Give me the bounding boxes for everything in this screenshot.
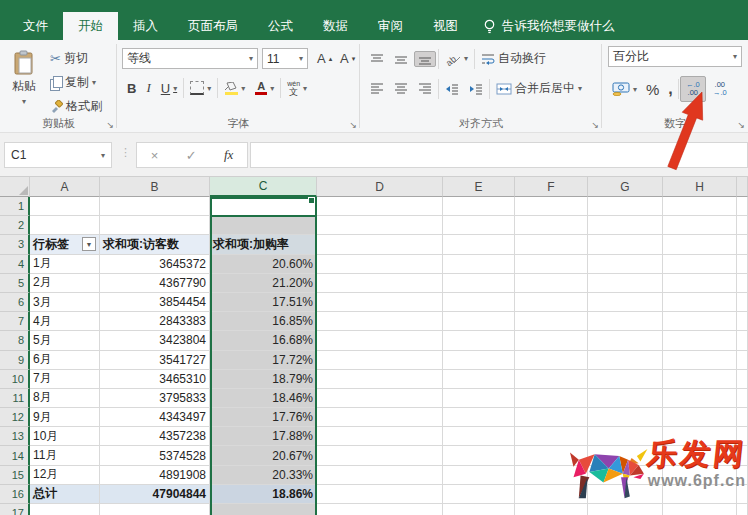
row-header-7[interactable]: 7 <box>0 312 30 331</box>
cell-B14[interactable]: 5374528 <box>100 446 210 465</box>
cut-button[interactable]: ✂ 剪切 <box>46 48 106 69</box>
cell-B6[interactable]: 3854454 <box>100 293 210 312</box>
cell-D15[interactable] <box>317 466 443 485</box>
cell-H12[interactable] <box>663 408 737 427</box>
bold-button[interactable]: B <box>123 79 140 98</box>
row-header-12[interactable]: 12 <box>0 408 30 427</box>
cell-A16[interactable]: 总计 <box>30 485 100 504</box>
cell-D1[interactable] <box>317 197 443 216</box>
italic-button[interactable]: I <box>142 78 154 98</box>
cell-F9[interactable] <box>515 351 588 370</box>
cancel-icon[interactable]: × <box>151 148 159 163</box>
cell-A10[interactable]: 7月 <box>30 370 100 389</box>
cell-C11[interactable]: 18.46% <box>210 389 317 408</box>
cell-G4[interactable] <box>588 255 663 274</box>
cell-H17[interactable] <box>663 504 737 515</box>
cell-G3[interactable] <box>588 235 663 254</box>
cell-D16[interactable] <box>317 485 443 504</box>
row-header-14[interactable]: 14 <box>0 446 30 465</box>
cell-G14[interactable] <box>588 446 663 465</box>
cell-A17[interactable] <box>30 504 100 515</box>
cell-F10[interactable] <box>515 370 588 389</box>
cell-A14[interactable]: 11月 <box>30 446 100 465</box>
copy-button[interactable]: 复制 ▾ <box>46 72 106 93</box>
cell-A3[interactable]: 行标签▼ <box>30 235 100 254</box>
cell-F1[interactable] <box>515 197 588 216</box>
orientation-button[interactable]: ab ▾ <box>441 50 472 68</box>
cell-D9[interactable] <box>317 351 443 370</box>
increase-indent-button[interactable] <box>465 81 487 97</box>
insert-function-icon[interactable]: fx <box>224 147 233 163</box>
cell-D11[interactable] <box>317 389 443 408</box>
enter-icon[interactable]: ✓ <box>186 148 197 163</box>
cell-G12[interactable] <box>588 408 663 427</box>
row-header-5[interactable]: 5 <box>0 274 30 293</box>
cell-A15[interactable]: 12月 <box>30 466 100 485</box>
cell-E1[interactable] <box>443 197 515 216</box>
cell-E11[interactable] <box>443 389 515 408</box>
tell-me-box[interactable]: 告诉我你想要做什么 <box>473 12 625 40</box>
cell-B3[interactable]: 求和项:访客数 <box>100 235 210 254</box>
bottom-align-button[interactable] <box>414 51 436 67</box>
row-header-16[interactable]: 16 <box>0 485 30 504</box>
cell-C3[interactable]: 求和项:加购率 <box>210 235 317 254</box>
cell-A12[interactable]: 9月 <box>30 408 100 427</box>
tab-page-layout[interactable]: 页面布局 <box>173 12 253 40</box>
cell-F17[interactable] <box>515 504 588 515</box>
row-header-17[interactable]: 17 <box>0 504 30 515</box>
column-header-A[interactable]: A <box>30 177 100 197</box>
comma-style-button[interactable]: , <box>664 78 676 100</box>
cell-H2[interactable] <box>663 216 737 235</box>
increase-font-size-button[interactable]: A▴ <box>313 49 336 68</box>
cell-F5[interactable] <box>515 274 588 293</box>
row-header-4[interactable]: 4 <box>0 255 30 274</box>
tab-formulas[interactable]: 公式 <box>253 12 308 40</box>
cell-A1[interactable] <box>30 197 100 216</box>
phonetic-guide-button[interactable]: wén 文 ▾ <box>283 78 311 98</box>
wrap-text-button[interactable]: 自动换行 <box>477 48 550 69</box>
cell-E2[interactable] <box>443 216 515 235</box>
middle-align-button[interactable] <box>390 51 412 67</box>
tab-review[interactable]: 审阅 <box>363 12 418 40</box>
cell-B5[interactable]: 4367790 <box>100 274 210 293</box>
fill-color-button[interactable]: ▾ <box>220 80 249 97</box>
cell-C1[interactable] <box>210 197 317 216</box>
cell-F11[interactable] <box>515 389 588 408</box>
formula-bar-grip[interactable]: ⋮ <box>120 146 131 159</box>
cell-F6[interactable] <box>515 293 588 312</box>
increase-decimal-button[interactable]: ←.0 .00 <box>680 76 706 102</box>
tab-data[interactable]: 数据 <box>308 12 363 40</box>
cell-A4[interactable]: 1月 <box>30 255 100 274</box>
cell-H5[interactable] <box>663 274 737 293</box>
cell-C14[interactable]: 20.67% <box>210 446 317 465</box>
cell-D2[interactable] <box>317 216 443 235</box>
cell-B4[interactable]: 3645372 <box>100 255 210 274</box>
cell-B1[interactable] <box>100 197 210 216</box>
cell-E9[interactable] <box>443 351 515 370</box>
row-header-11[interactable]: 11 <box>0 389 30 408</box>
cell-G2[interactable] <box>588 216 663 235</box>
decrease-indent-button[interactable] <box>441 81 463 97</box>
cell-E15[interactable] <box>443 466 515 485</box>
decrease-decimal-button[interactable]: .00 →.0 <box>707 76 733 102</box>
cell-D10[interactable] <box>317 370 443 389</box>
cell-E5[interactable] <box>443 274 515 293</box>
cell-E4[interactable] <box>443 255 515 274</box>
cell-B9[interactable]: 3541727 <box>100 351 210 370</box>
select-all-corner[interactable] <box>0 177 30 197</box>
percent-style-button[interactable]: % <box>642 79 663 100</box>
cell-B12[interactable]: 4343497 <box>100 408 210 427</box>
row-header-3[interactable]: 3 <box>0 235 30 254</box>
cell-B17[interactable] <box>100 504 210 515</box>
cell-C8[interactable]: 16.68% <box>210 331 317 350</box>
cell-B11[interactable]: 3795833 <box>100 389 210 408</box>
name-box[interactable]: C1 ▾ <box>4 142 112 168</box>
cell-D7[interactable] <box>317 312 443 331</box>
tab-file[interactable]: 文件 <box>8 12 63 40</box>
cell-C17[interactable] <box>210 504 317 515</box>
format-painter-button[interactable]: 格式刷 <box>46 96 106 117</box>
cell-A9[interactable]: 6月 <box>30 351 100 370</box>
cell-F3[interactable] <box>515 235 588 254</box>
row-header-8[interactable]: 8 <box>0 331 30 350</box>
cell-G6[interactable] <box>588 293 663 312</box>
